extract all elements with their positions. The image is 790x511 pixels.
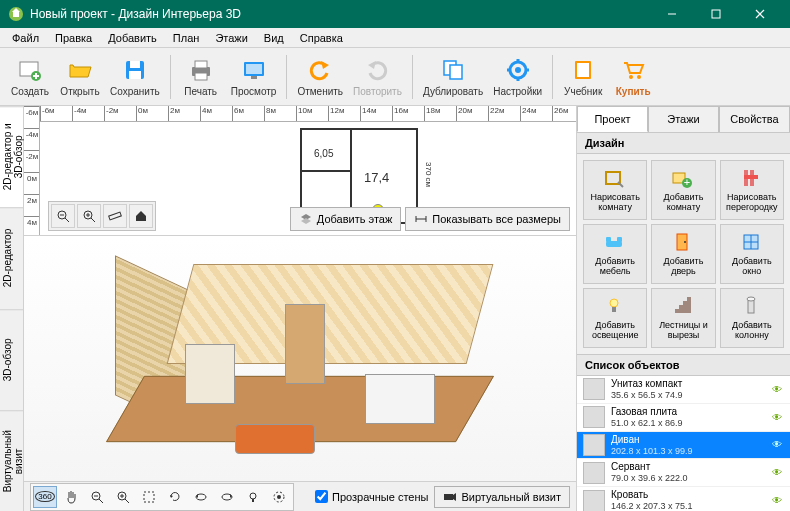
design-tool-6[interactable]: Добавить освещение (583, 288, 647, 348)
layers-icon (299, 212, 313, 226)
visibility-icon[interactable]: 👁 (770, 495, 784, 506)
ruler-horizontal: -6м-4м-2м0м2м4м6м8м10м12м14м16м18м20м22м… (40, 106, 576, 122)
undo-button[interactable]: Отменить (293, 51, 347, 103)
tab-2d[interactable]: 2D-редактор (0, 207, 23, 308)
panel-tab-floors[interactable]: Этажи (648, 106, 719, 132)
tutorial-button[interactable]: Учебник (559, 51, 607, 103)
panel-tab-project[interactable]: Проект (577, 106, 648, 132)
svg-rect-65 (444, 494, 453, 500)
pan-button[interactable] (59, 486, 83, 508)
svg-point-25 (515, 67, 521, 73)
menu-add[interactable]: Добавить (100, 30, 165, 46)
tab-virtual[interactable]: Виртуальный визит (0, 410, 23, 511)
menu-file[interactable]: Файл (4, 30, 47, 46)
tab-2d-3d[interactable]: 2D-редактор и 3D-обзор (0, 106, 23, 207)
main-toolbar: Создать Открыть Сохранить Печать Просмот… (0, 48, 790, 106)
open-button[interactable]: Открыть (56, 51, 104, 103)
svg-text:+: + (684, 176, 690, 188)
object-dimensions: 51.0 x 62.1 x 86.9 (611, 418, 764, 429)
bottom-toolbar: 360 Прозрачные стены Виртуальный визит (24, 481, 576, 511)
visibility-icon[interactable]: 👁 (770, 384, 784, 395)
fit-button[interactable] (137, 486, 161, 508)
design-tool-7[interactable]: Лестницы и вырезы (651, 288, 715, 348)
visibility-icon[interactable]: 👁 (770, 467, 784, 478)
show-dims-button[interactable]: Показывать все размеры (405, 207, 570, 231)
visibility-icon[interactable]: 👁 (770, 439, 784, 450)
print-button[interactable]: Печать (177, 51, 225, 103)
virtual-visit-button[interactable]: Виртуальный визит (434, 486, 570, 508)
duplicate-button[interactable]: Дублировать (419, 51, 487, 103)
svg-marker-44 (301, 218, 311, 224)
reset-button[interactable] (163, 486, 187, 508)
svg-point-83 (610, 299, 618, 307)
svg-rect-74 (744, 175, 758, 179)
design-tool-2[interactable]: Нарисовать перегородку (720, 160, 784, 220)
design-tool-5[interactable]: Добавить окно (720, 224, 784, 284)
svg-rect-12 (130, 61, 140, 68)
svg-rect-23 (450, 65, 462, 79)
object-item[interactable]: Диван202.8 x 101.3 x 99.9👁 (577, 432, 790, 460)
svg-rect-62 (252, 499, 254, 502)
app-icon (8, 6, 24, 22)
canvas-2d[interactable]: 6,05 17,4 370 см Добавить этаж Показыват… (40, 122, 576, 235)
rotate-left-button[interactable] (189, 486, 213, 508)
menu-help[interactable]: Справка (292, 30, 351, 46)
close-button[interactable] (738, 0, 782, 28)
room-3d-model (85, 244, 515, 474)
add-floor-button[interactable]: Добавить этаж (290, 207, 401, 231)
menu-plan[interactable]: План (165, 30, 208, 46)
light-button[interactable] (241, 486, 265, 508)
object-item[interactable]: Сервант79.0 x 39.6 x 222.0👁 (577, 459, 790, 487)
svg-point-79 (684, 241, 686, 243)
preview-button[interactable]: Просмотр (227, 51, 281, 103)
svg-rect-18 (246, 64, 262, 74)
design-tool-grid: Нарисовать комнату+Добавить комнатуНарис… (577, 154, 790, 354)
menu-edit[interactable]: Правка (47, 30, 100, 46)
svg-rect-16 (195, 73, 207, 80)
rotate-right-button[interactable] (215, 486, 239, 508)
object-item[interactable]: Унитаз компакт35.6 x 56.5 x 74.9👁 (577, 376, 790, 404)
design-tool-8[interactable]: Добавить колонну (720, 288, 784, 348)
orbit-360-button[interactable]: 360 (33, 486, 57, 508)
zoom-out-2d-button[interactable] (51, 204, 75, 228)
design-tool-0[interactable]: Нарисовать комнату (583, 160, 647, 220)
svg-rect-77 (617, 237, 622, 242)
svg-point-33 (637, 75, 641, 79)
zoom-in-3d-button[interactable] (111, 486, 135, 508)
tab-3d[interactable]: 3D-обзор (0, 309, 23, 410)
save-button[interactable]: Сохранить (106, 51, 164, 103)
canvas-3d[interactable] (24, 236, 576, 481)
left-tab-bar: 2D-редактор и 3D-обзор 2D-редактор 3D-об… (0, 106, 24, 511)
svg-line-38 (91, 218, 95, 222)
design-tool-3[interactable]: Добавить мебель (583, 224, 647, 284)
design-tool-4[interactable]: Добавить дверь (651, 224, 715, 284)
redo-button[interactable]: Повторить (349, 51, 406, 103)
settings-3d-button[interactable] (267, 486, 291, 508)
ruler-2d-button[interactable] (103, 204, 127, 228)
home-2d-button[interactable] (129, 204, 153, 228)
camera-icon (443, 490, 457, 504)
svg-marker-20 (321, 61, 329, 69)
object-thumb (583, 378, 605, 400)
menu-bar: Файл Правка Добавить План Этажи Вид Спра… (0, 28, 790, 48)
panel-tab-props[interactable]: Свойства (719, 106, 790, 132)
design-tool-1[interactable]: +Добавить комнату (651, 160, 715, 220)
object-item[interactable]: Кровать146.2 x 207.3 x 75.1👁 (577, 487, 790, 511)
buy-button[interactable]: Купить (609, 51, 657, 103)
maximize-button[interactable] (694, 0, 738, 28)
object-dimensions: 202.8 x 101.3 x 99.9 (611, 446, 764, 457)
svg-rect-31 (577, 63, 589, 77)
zoom-in-2d-button[interactable] (77, 204, 101, 228)
transparent-walls-checkbox[interactable]: Прозрачные стены (315, 490, 428, 503)
menu-view[interactable]: Вид (256, 30, 292, 46)
room2-area: 17,4 (364, 170, 389, 185)
object-list[interactable]: Унитаз компакт35.6 x 56.5 x 74.9👁Газовая… (577, 376, 790, 511)
settings-button[interactable]: Настройки (489, 51, 546, 103)
zoom-out-3d-button[interactable] (85, 486, 109, 508)
right-panel: Проект Этажи Свойства Дизайн Нарисовать … (576, 106, 790, 511)
menu-floors[interactable]: Этажи (207, 30, 255, 46)
minimize-button[interactable] (650, 0, 694, 28)
object-item[interactable]: Газовая плита51.0 x 62.1 x 86.9👁 (577, 404, 790, 432)
create-button[interactable]: Создать (6, 51, 54, 103)
visibility-icon[interactable]: 👁 (770, 412, 784, 423)
